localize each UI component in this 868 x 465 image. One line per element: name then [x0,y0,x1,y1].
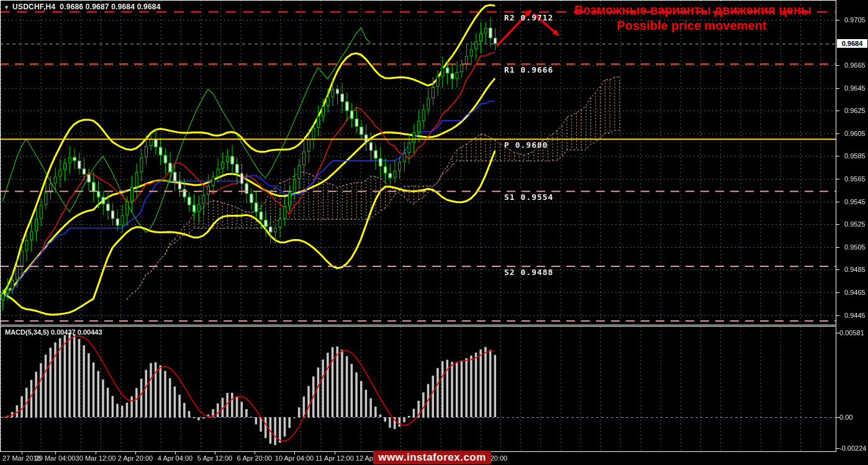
price-axis-label: 0.9625 [844,107,866,115]
current-price-badge: 0.9684 [837,39,867,48]
price-axis-label: 0.9605 [844,130,866,138]
macd-indicator-label: MACD(5,34,5) 0.00437 0.00443 [5,328,102,336]
macd-axis-label: -0.00224 [839,445,866,453]
time-axis-label: 30 Mar 12:00 [76,454,116,463]
pivot-label-s2: S2 0.9488 [504,268,553,277]
pivot-label-r2: R2 0.9712 [504,13,553,22]
price-axis-label: 0.9705 [844,16,866,24]
time-axis-label: 29 Mar 04:00 [35,454,76,463]
chart-window: ▼USDCHF,H4 0.9686 0.9687 0.9684 0.9684 M… [0,0,868,465]
time-axis-label: 11 Apr 12:00 [315,454,354,463]
time-axis-label: 2 Apr 20:00 [118,454,153,463]
macd-axis-label: 0.00581 [839,329,864,337]
ohlc-quote-label: 0.9686 0.9687 0.9684 0.9684 [60,2,160,11]
price-axis-label: 0.9565 [844,175,866,183]
price-axis-label: 0.9465 [844,289,866,297]
time-axis-label: 6 Apr 20:00 [237,454,272,463]
time-axis-label: 4 Apr 04:00 [158,454,192,463]
time-axis-label: 5 Apr 12:00 [197,454,232,463]
symbol-title: ▼USDCHF,H4 0.9686 0.9687 0.9684 0.9684 [4,2,161,11]
time-axis-label: 10 Apr 04:00 [275,454,314,463]
annotation-text-ru: Возможные варианты движения цены [574,3,811,17]
price-axis-label: 0.9645 [844,84,866,93]
pivot-label-p: P 0.9600 [504,140,548,150]
annotation-text-en: Possible price movement [617,19,766,33]
chevron-down-icon[interactable]: ▼ [4,4,9,11]
price-and-macd-chart-canvas[interactable] [0,0,868,465]
price-axis-label: 0.9445 [844,312,866,320]
price-axis-label: 0.9525 [844,220,866,228]
macd-axis-label: 0.00 [839,413,852,422]
instaforex-watermark: www.instaforex.com [373,451,491,464]
price-axis-label: 0.9485 [844,266,866,274]
symbol-period-label: USDCHF,H4 [12,2,55,11]
price-axis-label: 0.9665 [844,61,866,70]
pivot-label-s1: S1 0.9554 [504,192,553,202]
price-axis-label: 0.9545 [844,198,866,206]
price-axis-label: 0.9505 [844,243,866,251]
price-axis-label: 0.9585 [844,152,866,160]
pivot-label-r1: R1 0.9666 [504,65,553,74]
